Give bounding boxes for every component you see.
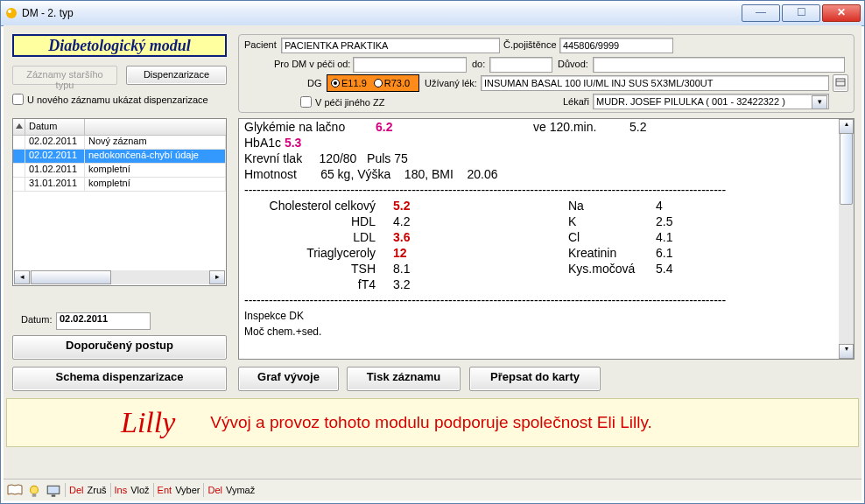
close-button[interactable]: ✕ — [822, 4, 861, 22]
checkbox-input[interactable] — [300, 96, 312, 108]
status-ins[interactable]: Ins — [115, 485, 128, 495]
records-grid[interactable]: Datum 02.02.2011Nový záznam02.02.2011ned… — [12, 118, 227, 286]
grid-hscrollbar[interactable]: ◂ ▸ — [14, 270, 225, 284]
dg-radio-1[interactable]: E11.9 — [331, 78, 367, 88]
status-vymaz[interactable]: Vymaž — [226, 485, 255, 495]
graf-vyvoje-button[interactable]: Graf vývoje — [238, 367, 339, 391]
doporuceny-postup-button[interactable]: Doporučený postup — [12, 335, 227, 360]
grid-h-blank[interactable] — [85, 119, 226, 135]
schema-dispenzarizace-button[interactable]: Schema dispenzarizace — [12, 367, 227, 391]
grid-body: 02.02.2011Nový záznam02.02.2011nedokonče… — [13, 136, 226, 272]
status-del[interactable]: Del — [69, 485, 84, 495]
dg-selector[interactable]: E11.9 R73.0 — [327, 74, 419, 92]
label-cpoj: Č.pojištěnce — [503, 39, 557, 50]
grid-sort-icon[interactable] — [13, 119, 25, 135]
svg-rect-5 — [32, 494, 37, 496]
lek-field[interactable]: INSUMAN BASAL 100 IU/ML INJ SUS 5X3ML/30… — [481, 75, 829, 91]
v-peci-checkbox[interactable]: V péči jiného ZZ — [300, 96, 384, 108]
table-row[interactable]: 02.02.2011Nový záznam — [13, 136, 226, 150]
tisk-zaznamu-button[interactable]: Tisk záznamu — [347, 367, 461, 391]
lekari-value: MUDR. JOSEF PILULKA ( 001 - 32422322 ) — [596, 96, 785, 107]
duvod-field[interactable] — [593, 57, 845, 73]
do-field[interactable] — [489, 57, 552, 73]
label-uzivany-lek: Užívaný lék: — [425, 78, 477, 88]
bulb-icon[interactable] — [26, 483, 42, 497]
book-icon[interactable] — [7, 483, 23, 497]
sponsor-banner: Lilly Vývoj a provoz tohoto modulu podpo… — [6, 398, 859, 447]
report-scrollbar[interactable]: ▴ ▾ — [839, 119, 854, 359]
scroll-thumb[interactable] — [840, 133, 853, 205]
dg-radio-1-label: E11.9 — [341, 78, 367, 88]
dg-radio-2-label: R73.0 — [384, 78, 410, 88]
status-vloz[interactable]: Vlož — [130, 485, 149, 495]
label-do: do: — [472, 59, 485, 69]
chevron-down-icon[interactable]: ▾ — [812, 95, 827, 109]
dg-radio-2[interactable]: R73.0 — [374, 78, 410, 88]
svg-rect-7 — [52, 495, 56, 497]
monitor-icon[interactable] — [46, 483, 61, 497]
table-row[interactable]: 02.02.2011nedokončená-chybí údaje — [13, 150, 226, 164]
checkbox-label: U nového záznamu ukázat dispenzarizace — [27, 94, 208, 105]
report-content: Glykémie na lačno6.2ve 120.min.5.2HbA1c … — [244, 119, 834, 359]
status-vyber[interactable]: Vyber — [175, 485, 200, 495]
cpoj-field[interactable]: 445806/9999 — [559, 38, 673, 53]
report-panel: Glykémie na lačno6.2ve 120.min.5.2HbA1c … — [238, 118, 854, 360]
app-window: DM - 2. typ — ☐ ✕ Diabetologický modul Z… — [0, 0, 865, 504]
svg-point-4 — [31, 486, 39, 494]
scroll-thumb[interactable] — [31, 270, 111, 284]
titlebar: DM - 2. typ — ☐ ✕ — [1, 1, 864, 26]
module-title: Diabetologický modul — [12, 34, 227, 57]
grid-header: Datum — [13, 119, 226, 136]
prepsat-do-karty-button[interactable]: Přepsat do karty — [469, 367, 601, 391]
scroll-left-icon[interactable]: ◂ — [14, 270, 30, 284]
pacient-field[interactable]: PACIENTKA PRAKTIKA — [281, 38, 500, 53]
statusbar: Del Zruš Ins Vlož Ent Vyber Del Vymaž — [4, 479, 861, 500]
window-title: DM - 2. typ — [22, 7, 742, 19]
patient-panel: Pacient PACIENTKA PRAKTIKA Č.pojištěnce … — [238, 34, 854, 113]
datum-field[interactable]: 02.02.2011 — [56, 312, 151, 330]
old-records-button: Záznamy staršího typu — [12, 66, 117, 85]
maximize-button[interactable]: ☐ — [782, 4, 820, 22]
scroll-up-icon[interactable]: ▴ — [839, 119, 854, 134]
label-dg: DG — [307, 78, 322, 88]
svg-point-0 — [6, 8, 17, 18]
window-buttons: — ☐ ✕ — [742, 4, 861, 22]
sponsor-text: Vývoj a provoz tohoto modulu podporuje s… — [210, 413, 652, 432]
od-field[interactable] — [353, 57, 467, 73]
lek-lookup-button[interactable] — [833, 74, 848, 92]
dispenzarizace-button[interactable]: Dispenzarizace — [126, 66, 227, 85]
status-ent[interactable]: Ent — [158, 485, 172, 495]
lekari-dropdown[interactable]: MUDR. JOSEF PILULKA ( 001 - 32422322 ) ▾ — [593, 94, 829, 109]
minimize-button[interactable]: — — [742, 4, 780, 22]
label-lekari: Lékaři — [563, 96, 589, 107]
label-duvod: Důvod: — [558, 59, 588, 69]
checkbox-input[interactable] — [12, 94, 24, 105]
sponsor-logo: Lilly — [121, 406, 175, 439]
client-area: Diabetologický modul Záznamy staršího ty… — [4, 25, 861, 500]
table-row[interactable]: 31.01.2011kompletní — [13, 178, 226, 192]
app-icon — [4, 6, 18, 20]
status-zrus[interactable]: Zruš — [88, 485, 107, 495]
grid-h-datum[interactable]: Datum — [25, 119, 85, 135]
table-row[interactable]: 01.02.2011kompletní — [13, 164, 226, 178]
checkbox-label: V péči jiného ZZ — [315, 97, 384, 108]
status-del2[interactable]: Del — [207, 485, 222, 495]
scroll-right-icon[interactable]: ▸ — [209, 270, 225, 284]
svg-rect-6 — [47, 486, 60, 494]
label-pacient: Pacient — [244, 39, 277, 50]
label-pro-dm: Pro DM v péči od: — [274, 59, 350, 69]
svg-point-1 — [8, 10, 11, 13]
label-datum: Datum: — [21, 314, 52, 325]
scroll-down-icon[interactable]: ▾ — [839, 344, 854, 359]
show-dispenzarizace-checkbox[interactable]: U nového záznamu ukázat dispenzarizace — [12, 94, 208, 105]
svg-rect-2 — [836, 79, 845, 86]
